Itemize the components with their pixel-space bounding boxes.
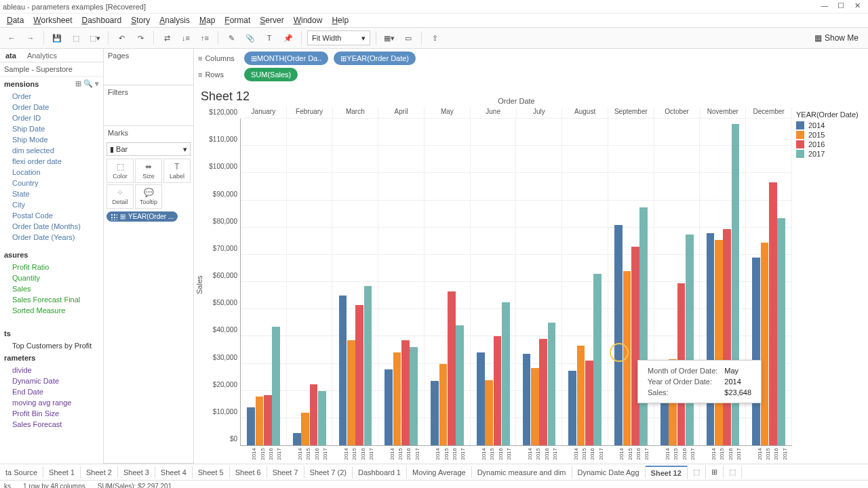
sheet-tab[interactable]: Dynamic measure and dim	[472, 466, 572, 479]
tab-data[interactable]: ata	[0, 50, 22, 61]
bar[interactable]	[531, 368, 539, 445]
field-item[interactable]: Ship Mode	[0, 134, 103, 145]
menu-map[interactable]: Map	[195, 14, 219, 26]
menu-dashboard[interactable]: Dashboard	[78, 14, 126, 26]
datasource-name[interactable]: Sample - Superstore	[0, 62, 103, 77]
menu-format[interactable]: Format	[220, 14, 254, 26]
field-item[interactable]: moving avg range	[0, 397, 103, 408]
bar[interactable]	[623, 271, 631, 445]
bar[interactable]	[448, 291, 456, 445]
share-icon[interactable]: ⇪	[427, 30, 442, 45]
bar[interactable]	[707, 233, 715, 445]
legend-item[interactable]: 2014	[796, 121, 864, 129]
bar[interactable]	[494, 336, 502, 445]
bar[interactable]	[347, 340, 355, 445]
group-icon[interactable]: 📎	[243, 30, 258, 45]
pill-year[interactable]: ⊞ YEAR(Order Date)	[334, 52, 416, 65]
bar[interactable]	[364, 286, 372, 445]
menu-window[interactable]: Window	[290, 14, 327, 26]
sheet-tab[interactable]: Sheet 12	[646, 466, 688, 479]
maximize-icon[interactable]: ☐	[833, 1, 849, 12]
highlight-icon[interactable]: ✎	[224, 30, 239, 45]
bar[interactable]	[523, 354, 531, 445]
menu-server[interactable]: Server	[256, 14, 288, 26]
redo-icon[interactable]: ↷	[133, 30, 148, 45]
mark-color[interactable]: ⬚Color	[106, 159, 134, 183]
fit-dropdown[interactable]: Fit Width▾	[307, 30, 370, 45]
bar[interactable]	[631, 247, 639, 445]
bar[interactable]	[585, 361, 593, 445]
bar[interactable]	[247, 407, 255, 445]
field-item[interactable]: Sorted Measure	[0, 305, 103, 316]
menu-analysis[interactable]: Analysis	[155, 14, 194, 26]
bar[interactable]	[769, 182, 777, 445]
field-item[interactable]: Quantity	[0, 272, 103, 283]
bar[interactable]	[477, 352, 485, 445]
close-icon[interactable]: ✕	[849, 1, 865, 12]
undo-icon[interactable]: ↶	[114, 30, 129, 45]
field-item[interactable]: Ship Date	[0, 123, 103, 134]
field-item[interactable]: Sales	[0, 283, 103, 294]
sort-desc-icon[interactable]: ↑≡	[197, 30, 212, 45]
field-item[interactable]: Order Date (Months)	[0, 221, 103, 232]
mark-type-dropdown[interactable]: ▮ Bar▾	[106, 142, 191, 156]
field-item[interactable]: Profit Bin Size	[0, 408, 103, 419]
bar[interactable]	[539, 339, 547, 445]
bar[interactable]	[293, 433, 301, 445]
sheet-tab[interactable]: Sheet 2	[81, 466, 118, 479]
field-item[interactable]: flexi order date	[0, 156, 103, 167]
field-item[interactable]: City	[0, 199, 103, 210]
minimize-icon[interactable]: —	[816, 1, 833, 12]
field-item[interactable]: Sales Forecast	[0, 419, 103, 430]
menu-story[interactable]: Story	[127, 14, 154, 26]
filters-shelf[interactable]: Filters	[104, 85, 193, 99]
sheet-tab[interactable]: Sheet 7	[267, 466, 304, 479]
menu-data[interactable]: Data	[3, 14, 28, 26]
bar[interactable]	[318, 391, 326, 445]
show-me-button[interactable]: ▦ Show Me	[814, 33, 864, 43]
mark-label[interactable]: TLabel	[163, 159, 191, 183]
bar[interactable]	[410, 347, 418, 445]
sheet-tab[interactable]: Dynamic Date Agg	[572, 466, 646, 479]
field-item[interactable]: Country	[0, 178, 103, 188]
bar[interactable]	[577, 346, 585, 445]
bar[interactable]	[301, 413, 309, 445]
new-tab-icon[interactable]: ⬚	[724, 466, 742, 479]
bar[interactable]	[439, 364, 448, 446]
pill-sum-sales[interactable]: SUM(Sales)	[244, 68, 298, 81]
back-icon[interactable]: ←	[4, 30, 19, 45]
legend-item[interactable]: 2016	[796, 140, 864, 148]
pages-shelf[interactable]: Pages	[104, 49, 193, 62]
field-item[interactable]: Sales Forecast Final	[0, 294, 103, 305]
label-icon[interactable]: T	[262, 30, 277, 45]
field-item[interactable]: Order	[0, 91, 103, 102]
new-tab-icon[interactable]: ⊞	[706, 466, 724, 479]
bar[interactable]	[752, 258, 760, 445]
legend-item[interactable]: 2015	[796, 131, 864, 139]
sheet-tab[interactable]: Sheet 3	[118, 466, 155, 479]
bar[interactable]	[715, 240, 723, 445]
bar[interactable]	[401, 340, 410, 445]
field-item[interactable]: End Date	[0, 386, 103, 397]
bar[interactable]	[593, 274, 601, 445]
sheet-tab[interactable]: Sheet 7 (2)	[304, 466, 353, 479]
color-legend[interactable]: YEAR(Order Date) 2014201520162017	[792, 106, 868, 464]
field-item[interactable]: Order Date (Years)	[0, 232, 103, 243]
bar[interactable]	[639, 207, 648, 445]
mark-size[interactable]: ⬌Size	[135, 159, 162, 183]
field-item[interactable]: Order ID	[0, 113, 103, 123]
field-item[interactable]: divide	[0, 365, 103, 375]
new-sheet-icon[interactable]: ⬚▾	[87, 30, 102, 45]
swap-icon[interactable]: ⇄	[159, 30, 174, 45]
bar[interactable]	[502, 302, 510, 445]
field-item[interactable]: Profit Ratio	[0, 262, 103, 272]
new-data-icon[interactable]: ⬚	[68, 30, 83, 45]
sheet-tab[interactable]: Sheet 6	[230, 466, 267, 479]
menu-worksheet[interactable]: Worksheet	[29, 14, 76, 26]
sheet-tab[interactable]: ta Source	[0, 466, 43, 479]
mark-tooltip[interactable]: 💬Tooltip	[135, 184, 162, 209]
bar[interactable]	[761, 243, 769, 445]
bar[interactable]	[256, 396, 264, 445]
sort-asc-icon[interactable]: ↓≡	[178, 30, 193, 45]
save-icon[interactable]: 💾	[50, 30, 64, 45]
